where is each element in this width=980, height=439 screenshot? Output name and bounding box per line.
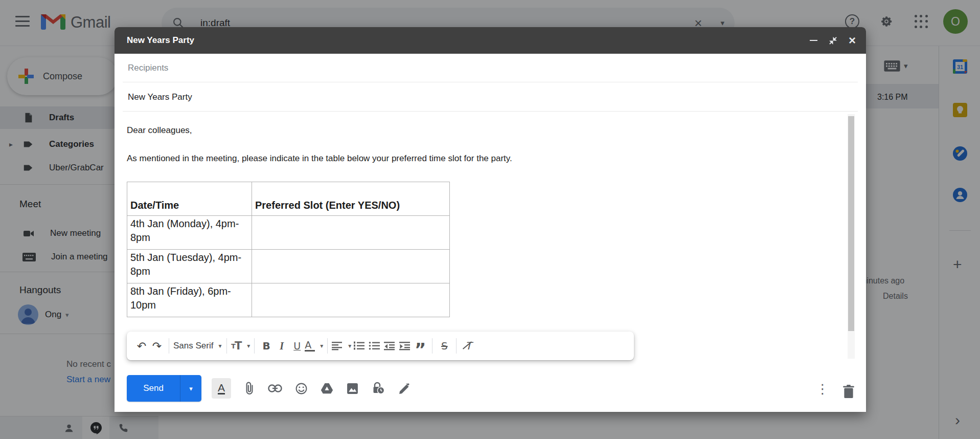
text-color-button[interactable]: A ▾ xyxy=(305,337,323,355)
recipients-row[interactable] xyxy=(115,54,866,82)
insert-photo-icon[interactable] xyxy=(346,382,359,395)
close-icon[interactable]: × xyxy=(849,34,856,47)
scrollbar-thumb[interactable] xyxy=(848,116,854,331)
exit-fullscreen-icon[interactable] xyxy=(829,36,837,45)
toolbar-divider xyxy=(226,338,227,354)
toolbar-divider xyxy=(432,338,432,354)
send-button[interactable]: Send xyxy=(127,375,180,402)
google-drive-icon[interactable] xyxy=(321,383,333,394)
align-button[interactable]: ▾ xyxy=(332,337,351,355)
bold-icon[interactable]: B xyxy=(259,337,274,355)
formatting-a-icon: A xyxy=(218,383,225,394)
formatting-options-button[interactable]: A xyxy=(212,378,231,399)
discard-draft-trash-icon[interactable] xyxy=(842,384,855,399)
remove-formatting-icon[interactable]: T xyxy=(461,337,476,355)
italic-icon[interactable]: I xyxy=(274,337,289,355)
align-left-icon xyxy=(332,341,343,350)
body-paragraph: Dear colleagues, xyxy=(127,125,846,136)
redo-icon[interactable]: ↷ xyxy=(149,337,165,355)
toolbar-divider xyxy=(254,338,255,354)
compose-window: New Years Party × Dear colleagues, xyxy=(115,27,866,412)
compose-header[interactable]: New Years Party × xyxy=(115,27,866,54)
undo-icon[interactable]: ↶ xyxy=(134,337,149,355)
font-family-label: Sans Serif xyxy=(173,341,213,351)
confidential-mode-icon[interactable] xyxy=(372,382,385,395)
indent-more-icon[interactable] xyxy=(397,337,413,355)
toolbar-divider xyxy=(327,338,328,354)
body-scrollbar[interactable] xyxy=(848,114,855,359)
numbered-list-icon[interactable] xyxy=(351,337,367,355)
time-slot-table[interactable]: Date/Time Preferred Slot (Enter YES/NO) … xyxy=(127,182,450,317)
subject-row[interactable] xyxy=(115,82,866,112)
underline-icon[interactable]: U xyxy=(289,337,305,355)
table-header-row: Date/Time Preferred Slot (Enter YES/NO) xyxy=(127,182,450,216)
table-row: 4th Jan (Monday), 4pm-8pm xyxy=(127,216,450,250)
compose-actions-bar: Send ▾ A xyxy=(115,361,866,412)
indent-less-icon[interactable] xyxy=(382,337,397,355)
more-options-icon[interactable]: ⋮ xyxy=(816,381,829,397)
insert-emoji-icon[interactable] xyxy=(295,382,308,395)
toolbar-divider xyxy=(456,338,457,354)
table-cell[interactable]: 4th Jan (Monday), 4pm-8pm xyxy=(127,216,252,250)
gmail-screen: Gmail × ▾ ? O xyxy=(0,0,980,439)
attach-file-icon[interactable] xyxy=(244,382,255,395)
text-color-icon: A xyxy=(305,340,315,352)
font-size-selector[interactable]: T T ▾ xyxy=(231,337,250,355)
compose-window-title: New Years Party xyxy=(127,35,194,46)
message-body-editor[interactable]: Dear colleagues, As mentioned in the mee… xyxy=(115,112,866,358)
table-row: 5th Jan (Tuesday), 4pm-8pm xyxy=(127,250,450,283)
table-header-cell: Preferred Slot (Enter YES/NO) xyxy=(252,182,450,216)
bulleted-list-icon[interactable] xyxy=(367,337,382,355)
quote-icon[interactable]: ” xyxy=(413,337,428,355)
insert-signature-pen-icon[interactable] xyxy=(398,382,411,395)
table-header-cell: Date/Time xyxy=(127,182,252,216)
compose-window-controls: × xyxy=(810,27,856,54)
formatting-toolbar: ↶ ↷ Sans Serif ▾ T T ▾ B I U A ▾ xyxy=(127,332,634,360)
size-big-t: T xyxy=(235,340,242,352)
subject-input[interactable] xyxy=(127,92,854,103)
table-cell[interactable]: 8th Jan (Friday), 6pm-10pm xyxy=(127,283,252,317)
recipients-input[interactable] xyxy=(127,62,854,74)
table-row: 8th Jan (Friday), 6pm-10pm xyxy=(127,283,450,317)
body-paragraph: As mentioned in the meeting, please indi… xyxy=(127,153,846,164)
table-cell[interactable] xyxy=(252,250,450,283)
send-button-group: Send ▾ xyxy=(127,375,201,402)
color-caret-icon: ▾ xyxy=(320,342,323,349)
table-cell[interactable] xyxy=(252,283,450,317)
strikethrough-icon[interactable]: S xyxy=(437,337,452,355)
table-cell[interactable]: 5th Jan (Tuesday), 4pm-8pm xyxy=(127,250,252,283)
size-caret-icon: ▾ xyxy=(247,342,250,349)
font-family-selector[interactable]: Sans Serif ▾ xyxy=(173,337,222,355)
minimize-icon[interactable] xyxy=(810,40,817,41)
table-cell[interactable] xyxy=(252,216,450,250)
font-caret-icon: ▾ xyxy=(218,342,221,349)
toolbar-divider xyxy=(169,338,169,354)
compose-action-icons: A xyxy=(212,378,411,399)
insert-link-icon[interactable] xyxy=(268,384,282,392)
send-options-caret-icon[interactable]: ▾ xyxy=(180,375,201,402)
